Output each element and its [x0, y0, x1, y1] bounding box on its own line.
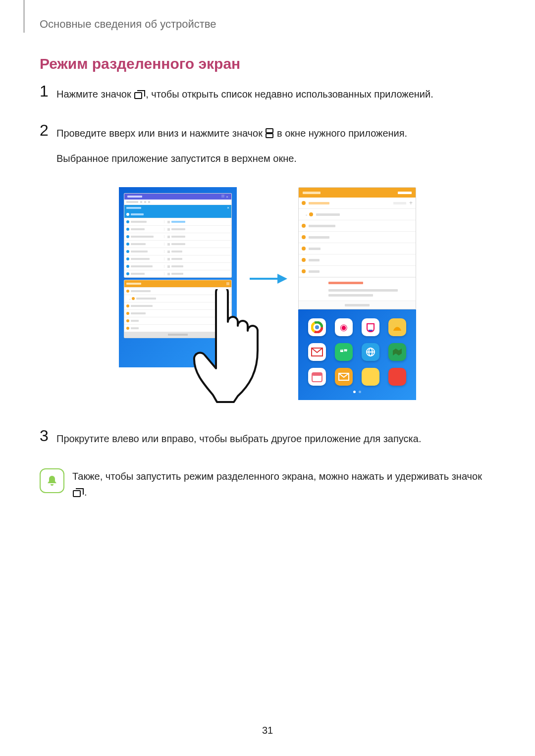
- svg-marker-4: [277, 274, 287, 284]
- step-2-line2: Выбранное приложение запустится в верхне…: [56, 151, 495, 166]
- step-1: 1 Нажмите значок , чтобы открыть список …: [40, 85, 495, 111]
- app-icon-calendar: [308, 368, 326, 386]
- header-rule: [24, 0, 24, 33]
- svg-rect-19: [73, 491, 80, 497]
- note-text-prefix: Также, чтобы запустить режим разделенног…: [72, 471, 482, 482]
- figure-split-screen: × × -: [40, 187, 495, 400]
- step-2-body: Проведите вверх или вниз и нажмите значо…: [56, 124, 495, 174]
- step-3: 3 Прокрутите влево или вправо, чтобы выб…: [40, 430, 495, 454]
- recent-apps-icon: [73, 486, 84, 502]
- svg-rect-10: [369, 330, 373, 331]
- figure-left-card-bottom: -: [124, 280, 232, 338]
- svg-rect-0: [135, 93, 142, 99]
- note: Также, чтобы запустить режим разделенног…: [40, 467, 495, 502]
- app-icon-galaxy: [362, 318, 379, 336]
- app-icon-map: [388, 343, 406, 361]
- section-title: Режим разделенного экран: [40, 55, 495, 72]
- svg-rect-1: [266, 129, 273, 133]
- step-2-line1-suffix: в окне нужного приложения.: [274, 128, 407, 139]
- note-body: Также, чтобы запустить режим разделенног…: [72, 467, 482, 502]
- figure-right-card: + -: [298, 187, 416, 309]
- bell-icon: [40, 468, 64, 493]
- figure-home-area: ◉ ❝❞: [298, 309, 416, 400]
- app-icon-gmail: [308, 343, 326, 361]
- figure-arrow-icon: [248, 271, 287, 286]
- step-1-suffix: , чтобы открыть список недавно использов…: [146, 89, 433, 100]
- figure-right-screen: + - ◉ ❝❞: [298, 187, 416, 400]
- step-1-prefix: Нажмите значок: [56, 89, 134, 100]
- svg-rect-2: [266, 134, 273, 138]
- step-3-number: 3: [40, 428, 56, 444]
- step-1-body: Нажмите значок , чтобы открыть список не…: [56, 85, 495, 111]
- step-3-body: Прокрутите влево или вправо, чтобы выбра…: [56, 430, 495, 454]
- app-icon-mail: [335, 368, 353, 386]
- svg-rect-17: [312, 373, 322, 376]
- page-header: Основные сведения об устройстве: [40, 18, 495, 31]
- svg-marker-15: [393, 349, 402, 355]
- app-icon-quotes: ❝❞: [335, 343, 353, 361]
- note-period: .: [84, 487, 87, 498]
- split-view-icon: [266, 127, 273, 143]
- step-2-line1-prefix: Проведите вверх или вниз и нажмите значо…: [56, 128, 265, 139]
- app-icon-red: [388, 368, 406, 386]
- svg-point-9: [315, 325, 319, 329]
- app-icon-chrome: [308, 318, 326, 336]
- step-2-number: 2: [40, 122, 56, 138]
- figure-left-card-top: × ×: [124, 193, 232, 278]
- step-3-text: Прокрутите влево или вправо, чтобы выбра…: [56, 431, 495, 447]
- figure-left-screen: × × -: [119, 187, 237, 367]
- page-number: 31: [0, 725, 535, 736]
- app-icon-spiral: ◉: [335, 318, 353, 336]
- app-icon-yellow: [388, 318, 406, 336]
- app-icon-note: [362, 368, 379, 386]
- recent-apps-icon: [134, 88, 145, 103]
- step-2: 2 Проведите вверх или вниз и нажмите зна…: [40, 124, 495, 174]
- step-1-number: 1: [40, 83, 56, 99]
- app-icon-globe: [362, 343, 379, 361]
